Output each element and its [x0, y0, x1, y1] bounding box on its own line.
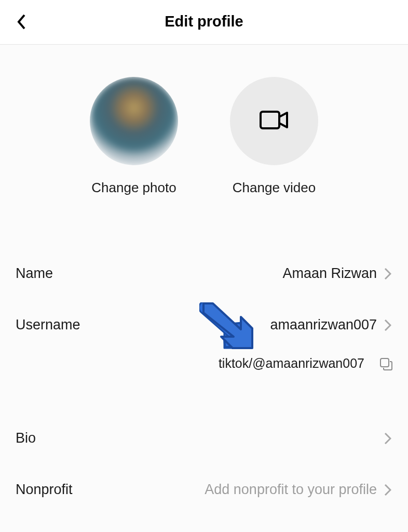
username-label: Username [16, 317, 80, 333]
name-value: Amaan Rizwan [282, 265, 377, 282]
username-value: amaanrizwan007 [270, 317, 377, 333]
svg-rect-0 [261, 112, 279, 128]
nonprofit-placeholder: Add nonprofit to your profile [205, 482, 377, 498]
nonprofit-label: Nonprofit [16, 482, 73, 498]
nonprofit-row[interactable]: Nonprofit Add nonprofit to your profile [16, 464, 392, 515]
username-row[interactable]: Username amaanrizwan007 [16, 299, 392, 351]
bio-row[interactable]: Bio [16, 413, 392, 464]
video-camera-icon [259, 109, 289, 134]
copy-icon[interactable] [379, 357, 392, 370]
avatar-section: Change photo Change video [0, 45, 408, 217]
profile-url-value: tiktok/@amaanrizwan007 [219, 356, 364, 371]
chevron-right-icon [384, 484, 392, 496]
change-photo-item[interactable]: Change photo [90, 77, 178, 196]
profile-video-placeholder [230, 77, 318, 165]
name-row[interactable]: Name Amaan Rizwan [16, 248, 392, 299]
back-icon[interactable] [15, 15, 29, 29]
profile-fields: Name Amaan Rizwan Username amaanrizwan00… [0, 217, 408, 515]
profile-url-row: tiktok/@amaanrizwan007 [16, 351, 392, 387]
change-video-label: Change video [233, 180, 316, 196]
svg-rect-1 [380, 358, 389, 367]
header: Edit profile [0, 0, 408, 45]
name-label: Name [16, 265, 53, 282]
chevron-right-icon [384, 268, 392, 280]
chevron-right-icon [384, 432, 392, 445]
chevron-right-icon [384, 319, 392, 331]
change-photo-label: Change photo [91, 180, 176, 196]
change-video-item[interactable]: Change video [230, 77, 318, 196]
page-title: Edit profile [165, 13, 243, 30]
bio-label: Bio [16, 430, 36, 446]
profile-photo [90, 77, 178, 165]
